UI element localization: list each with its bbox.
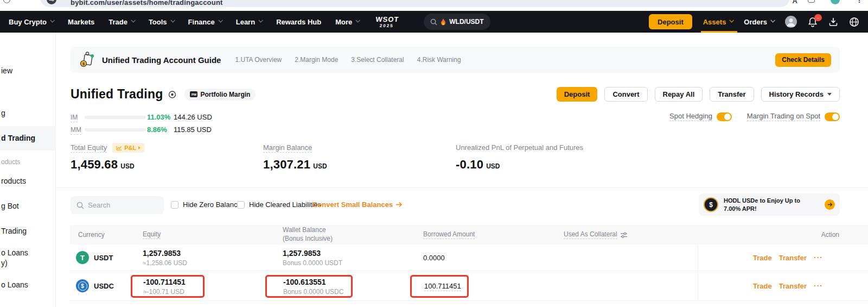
column-divider	[698, 245, 698, 271]
transfer-link[interactable]: Transfer	[779, 254, 807, 262]
hot-pair-label: WLD/USDT	[449, 18, 483, 26]
sidebar-item-funding[interactable]: g	[1, 109, 5, 117]
nav-tools[interactable]: Tools	[149, 18, 174, 26]
arrow-right-icon	[138, 146, 141, 149]
margin-trading-on-spot-label: Margin Trading on Spot	[747, 112, 820, 121]
guide-steps: 1.UTA Overview 2.Margin Mode 3.Select Co…	[235, 56, 461, 64]
currency-cell: $ USDC	[76, 279, 114, 292]
sidebar-item-trading-bot[interactable]: g Bot	[1, 202, 19, 210]
notification-badge: ...	[814, 14, 822, 21]
download-app-button[interactable]	[828, 17, 838, 27]
search-input[interactable]	[88, 201, 153, 209]
sidebar-item-overview[interactable]: iew	[1, 66, 12, 75]
browser-url-text[interactable]: bybit.com/user/assets/home/tradingaccoun…	[71, 0, 223, 7]
margin-balance-stat: Margin Balance 1,307.21USD	[263, 143, 456, 172]
browser-font-icon[interactable]: A	[793, 0, 797, 5]
guide-step-1[interactable]: 1.UTA Overview	[235, 56, 282, 64]
account-stats: Total Equity P&L 1,459.68USD Margin Bala…	[71, 143, 840, 172]
nav-deposit-button[interactable]: Deposit	[649, 14, 692, 29]
action-cell: Trade Transfer ···	[753, 281, 823, 290]
guide-step-4[interactable]: 4.Risk Warning	[417, 56, 461, 64]
uta-guide-banner: $ Unified Trading Account Guide 1.UTA Ov…	[71, 47, 840, 73]
browser-menu-icon[interactable]: ⋮	[856, 0, 863, 4]
sidebar-item-copy-trading[interactable]: Trading	[1, 227, 27, 235]
search-icon	[430, 18, 437, 26]
history-records-dropdown[interactable]: History Records	[761, 87, 840, 102]
nav-trade[interactable]: Trade	[108, 18, 135, 26]
browser-extension-icon[interactable]	[808, 0, 815, 3]
usde-promo-banner[interactable]: $ HODL USDe to Enjoy Up to 7.00% APR!	[699, 193, 840, 216]
trade-link[interactable]: Trade	[753, 254, 772, 262]
unrealized-pnl-stat: Unrealized PnL of Perpetual and Futures …	[456, 143, 583, 172]
transfer-button[interactable]: Transfer	[710, 87, 754, 102]
assets-table-header: Currency Equity Wallet Balance(Bonus Inc…	[70, 225, 868, 245]
flame-icon	[441, 18, 446, 26]
guide-step-3[interactable]: 3.Select Collateral	[351, 56, 404, 64]
pnl-badge[interactable]: P&L	[112, 143, 144, 153]
currency-symbol: USDC	[94, 282, 114, 290]
promo-text: HODL USDe to Enjoy Up to 7.00% APR!	[724, 197, 815, 212]
unrealized-pnl-value: -0.10USD	[456, 158, 583, 172]
col-borrowed-amount: Borrowed Amount	[423, 225, 475, 245]
margin-trading-on-spot-toggle[interactable]	[825, 112, 840, 121]
nav-markets[interactable]: Markets	[68, 18, 94, 26]
total-equity-stat: Total Equity P&L 1,459.68USD	[71, 143, 263, 172]
more-actions-icon[interactable]: ···	[814, 253, 823, 262]
collateral-settings-icon[interactable]	[621, 232, 627, 238]
guide-step-2[interactable]: 2.Margin Mode	[295, 56, 338, 64]
wsot-2025-logo[interactable]: WSOT 2025	[375, 16, 399, 28]
browser-reload-icon[interactable]	[3, 0, 10, 3]
deposit-button[interactable]: Deposit	[557, 87, 598, 102]
promo-arrow-button[interactable]	[825, 199, 835, 210]
table-row-usdt: T USDT 1,257.9853 ≈1,258.06 USD 1,257.98…	[70, 245, 868, 271]
hide-cleared-liabilities-filter[interactable]: Hide Cleared Liabilities	[237, 201, 321, 209]
repay-all-button[interactable]: Repay All	[655, 87, 703, 102]
nav-right: Deposit Assets Orders ...	[649, 14, 859, 29]
nav-assets[interactable]: Assets	[703, 18, 733, 26]
sidebar-item-unified-trading[interactable]: d Trading	[1, 134, 35, 142]
browser-bar: =8 bybit.com/user/assets/home/tradingacc…	[0, 0, 868, 11]
mm-label: MM	[71, 126, 81, 135]
convert-button[interactable]: Convert	[604, 87, 647, 102]
arrow-right-icon	[827, 202, 833, 207]
hide-zero-balances-filter[interactable]: Hide Zero Balances	[171, 201, 245, 209]
spot-hedging-toggle-group: Spot Hedging	[669, 112, 732, 121]
pm-icon: PM	[190, 91, 197, 97]
transfer-link[interactable]: Transfer	[779, 282, 807, 290]
nav-learn[interactable]: Learn	[236, 18, 262, 26]
svg-text:$: $	[82, 62, 85, 66]
nav-buy-crypto[interactable]: Buy Crypto	[9, 18, 54, 26]
col-used-as-collateral: Used As Collateral	[564, 225, 627, 245]
convert-small-balances-link[interactable]: Convert Small Balances	[312, 201, 403, 209]
chevron-down-icon	[730, 18, 734, 22]
spot-hedging-toggle[interactable]	[717, 112, 732, 121]
top-nav: Buy Crypto Markets Trade Tools Finance L…	[0, 11, 868, 33]
guide-title: Unified Trading Account Guide	[102, 55, 221, 65]
col-wallet-balance: Wallet Balance(Bonus Inclusive)	[283, 225, 333, 245]
more-actions-icon[interactable]: ···	[814, 281, 823, 290]
eye-icon[interactable]	[168, 91, 177, 98]
equity-cell: 1,257.9853 ≈1,258.06 USD	[143, 249, 187, 267]
nav-rewards-hub[interactable]: Rewards Hub	[276, 18, 321, 26]
spot-toggles: Spot Hedging Margin Trading on Spot	[669, 112, 840, 121]
portfolio-margin-badge[interactable]: PM Portfolio Margin	[184, 89, 256, 101]
globe-icon	[849, 17, 859, 27]
nav-orders[interactable]: Orders	[744, 18, 774, 26]
sidebar-item-crypto-loans[interactable]: o Loans	[1, 280, 28, 289]
browser-profile-avatar[interactable]	[831, 0, 840, 4]
asset-search[interactable]	[71, 196, 164, 214]
chevron-down-icon	[770, 18, 775, 22]
sidebar-item-crypto-loans-legacy[interactable]: o Loans y)	[1, 248, 28, 268]
nav-search[interactable]: WLD/USDT	[424, 14, 490, 30]
nav-finance[interactable]: Finance	[188, 18, 222, 26]
nav-more[interactable]: More	[335, 18, 359, 26]
check-details-button[interactable]: Check Details	[775, 53, 831, 67]
hide-zero-checkbox[interactable]	[171, 201, 178, 209]
mm-row: MM 8.86% 115.85 USD	[56, 126, 868, 134]
trade-link[interactable]: Trade	[753, 282, 772, 290]
account-avatar[interactable]	[785, 16, 797, 28]
notifications-button[interactable]: ...	[808, 17, 818, 27]
hide-cleared-checkbox[interactable]	[237, 201, 245, 209]
language-button[interactable]	[849, 17, 859, 27]
sidebar-item-earn-products[interactable]: roducts	[1, 177, 26, 185]
